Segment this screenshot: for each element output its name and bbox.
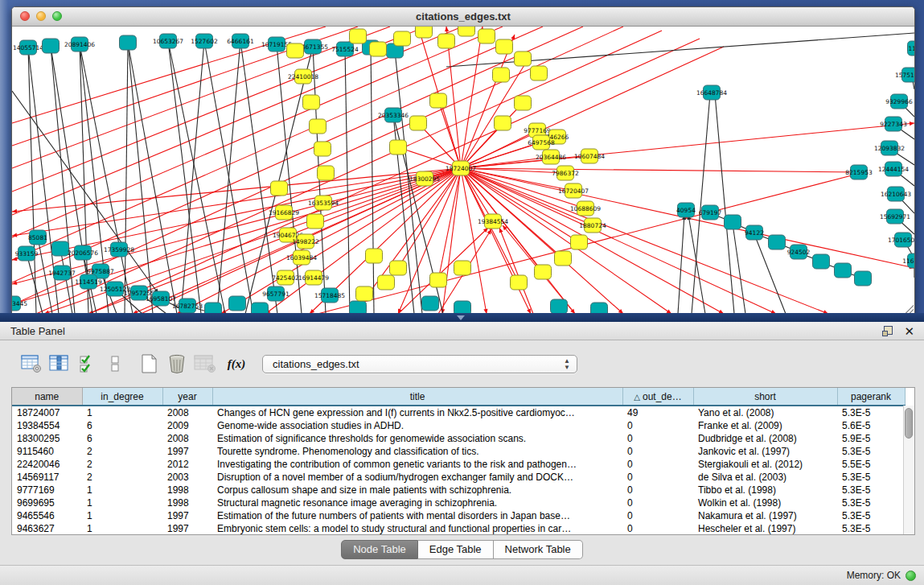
graph-node[interactable] xyxy=(430,273,447,287)
float-panel-icon[interactable] xyxy=(882,326,893,336)
graph-node[interactable]: 20353346 xyxy=(378,108,409,122)
graph-node[interactable] xyxy=(370,42,387,56)
graph-node[interactable]: 12444154 xyxy=(878,162,909,176)
table-select-combobox[interactable]: citations_edges.txt ▲▼ xyxy=(262,355,577,373)
table-row[interactable]: 2242004622012Investigating the contribut… xyxy=(12,458,905,471)
delete-column-icon[interactable] xyxy=(165,352,189,375)
graph-node[interactable] xyxy=(515,96,532,110)
network-canvas[interactable]: 1405571420891406106532671527602646616110… xyxy=(12,27,914,316)
graph-node[interactable]: 15751074 xyxy=(895,68,914,82)
column-header-short[interactable]: short xyxy=(693,388,837,406)
table-row[interactable]: 977716911998Corpus callosum shape and si… xyxy=(12,484,905,496)
table-scrollbar[interactable] xyxy=(903,406,914,534)
graph-node[interactable] xyxy=(378,275,395,290)
graph-node[interactable] xyxy=(303,95,320,109)
graph-node[interactable] xyxy=(458,27,475,36)
table-row[interactable]: 1456911722003Disruption of a novel membe… xyxy=(12,471,905,484)
graph-node[interactable] xyxy=(454,261,471,275)
graph-node[interactable] xyxy=(571,235,588,249)
network-graph[interactable]: 1405571420891406106532671527602646616110… xyxy=(12,27,914,315)
column-header-title[interactable]: title xyxy=(212,388,622,406)
graph-node[interactable]: 16353594 xyxy=(308,196,339,210)
graph-node[interactable] xyxy=(855,271,872,286)
tab-edge-table[interactable]: Edge Table xyxy=(418,540,494,559)
graph-node[interactable] xyxy=(813,254,830,269)
graph-node[interactable]: 40954 xyxy=(676,203,696,217)
graph-node[interactable] xyxy=(310,119,326,134)
graph-node[interactable]: 10653267 xyxy=(153,34,183,48)
graph-node[interactable] xyxy=(551,299,568,314)
graph-node[interactable]: 933159 xyxy=(15,246,39,261)
graph-node[interactable] xyxy=(314,142,331,156)
graph-node[interactable] xyxy=(511,275,528,290)
graph-node[interactable] xyxy=(493,68,510,82)
graph-node[interactable]: 20364486 xyxy=(536,150,566,164)
function-builder-icon[interactable]: f(x) xyxy=(224,352,248,375)
graph-node[interactable] xyxy=(535,265,552,279)
graph-node[interactable]: 924502 xyxy=(787,245,811,259)
graph-node[interactable] xyxy=(515,51,532,66)
clear-selection-icon[interactable] xyxy=(104,352,128,375)
graph-node[interactable]: 85081 xyxy=(28,230,47,245)
graph-node[interactable]: 17016504 xyxy=(888,233,914,247)
graph-node[interactable]: 7425402 xyxy=(272,270,299,285)
graph-node[interactable] xyxy=(120,35,137,50)
network-window-titlebar[interactable]: citations_edges.txt xyxy=(12,7,914,27)
graph-node[interactable]: 9329966 xyxy=(885,94,913,109)
graph-node[interactable] xyxy=(356,286,373,301)
table-row[interactable]: 946362711997Embryonic stem cells: a mode… xyxy=(12,522,905,535)
graph-node[interactable]: 16648784 xyxy=(696,85,727,100)
column-header-outde[interactable]: △out_de… xyxy=(622,388,693,406)
graph-node[interactable]: 1117 xyxy=(908,41,915,56)
graph-node[interactable] xyxy=(422,296,439,311)
new-column-icon[interactable] xyxy=(137,352,161,375)
graph-node[interactable] xyxy=(390,261,407,275)
column-header-pagerank[interactable]: pagerank xyxy=(837,388,905,406)
table-scrollbar-thumb[interactable] xyxy=(905,408,913,439)
graph-node[interactable]: 7515524 xyxy=(331,42,359,56)
graph-node[interactable] xyxy=(725,215,741,229)
graph-node[interactable]: 16210643 xyxy=(881,187,911,201)
tab-network-table[interactable]: Network Table xyxy=(494,540,583,559)
graph-node[interactable]: 8215953 xyxy=(845,165,873,179)
graph-node[interactable]: 7986372 xyxy=(552,166,579,180)
row-select-icon[interactable] xyxy=(76,352,100,375)
column-header-year[interactable]: year xyxy=(162,388,212,406)
table-row[interactable]: 969969511998Structural magnetic resonanc… xyxy=(12,496,905,509)
graph-node[interactable]: 16039484 xyxy=(286,250,317,265)
column-visibility-icon[interactable] xyxy=(47,352,72,375)
close-panel-icon[interactable]: ✕ xyxy=(904,326,914,336)
graph-node[interactable]: 679197 xyxy=(699,205,722,220)
graph-node[interactable] xyxy=(394,31,411,46)
graph-node[interactable] xyxy=(390,140,407,154)
graph-node[interactable] xyxy=(495,116,511,130)
tab-node-table[interactable]: Node Table xyxy=(341,540,418,559)
table-row[interactable]: 1872400712008Changes of HCN gene express… xyxy=(12,406,905,419)
graph-node[interactable] xyxy=(52,241,69,256)
graph-node[interactable] xyxy=(307,214,324,229)
graph-node[interactable]: 12923445 xyxy=(12,296,27,311)
table-row[interactable]: 1938455462009Genome-wide association stu… xyxy=(12,419,905,432)
graph-node[interactable] xyxy=(287,43,304,58)
graph-node[interactable] xyxy=(350,29,367,43)
graph-node[interactable] xyxy=(496,39,513,54)
graph-node[interactable] xyxy=(478,29,495,43)
graph-node[interactable]: 12093832 xyxy=(874,141,905,155)
table-row[interactable]: 911546021997Tourette syndrome. Phenomeno… xyxy=(12,445,905,458)
graph-node[interactable]: 10607484 xyxy=(574,149,605,163)
graph-node[interactable]: 20891406 xyxy=(64,37,95,51)
graph-node[interactable] xyxy=(318,166,335,180)
graph-node[interactable]: 1880724 xyxy=(579,218,606,233)
graph-node[interactable] xyxy=(366,249,383,263)
graph-node[interactable]: 1527602 xyxy=(191,34,218,48)
table-mode-icon[interactable] xyxy=(19,352,43,375)
graph-node[interactable] xyxy=(769,235,786,249)
graph-node[interactable] xyxy=(271,181,288,196)
graph-node[interactable]: 15692971 xyxy=(880,209,910,224)
graph-node[interactable]: 9227343 xyxy=(880,117,907,131)
graph-node[interactable] xyxy=(555,251,572,266)
splitter-handle[interactable] xyxy=(457,315,465,320)
table-row[interactable]: 946554611997Estimation of the future num… xyxy=(12,509,905,522)
graph-node[interactable] xyxy=(531,66,548,80)
graph-nodes[interactable]: 1405571420891406106532671527602646616110… xyxy=(12,27,914,315)
